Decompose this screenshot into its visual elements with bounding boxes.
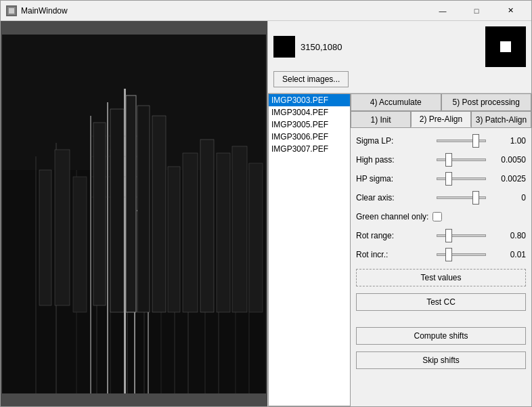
rot-incr-row: Rot incr.: 0.01 bbox=[356, 247, 526, 262]
bottom-tabs: 1) Init 2) Pre-Align 3) Patch-Align bbox=[351, 111, 531, 128]
file-list: IMGP3003.PEF IMGP3004.PEF IMGP3005.PEF I… bbox=[269, 94, 350, 155]
svg-rect-38 bbox=[93, 123, 106, 305]
compute-shifts-button[interactable]: Compute shifts bbox=[356, 327, 526, 345]
rot-incr-value: 0.01 bbox=[489, 250, 526, 259]
color-indicator bbox=[273, 36, 295, 58]
svg-rect-35 bbox=[39, 170, 51, 305]
top-section: 3150,1080 Select images... bbox=[268, 21, 531, 93]
clear-axis-row: Clear axis: 0 bbox=[356, 190, 526, 205]
rot-range-slider[interactable] bbox=[437, 234, 486, 237]
green-channel-row: Green channel only: bbox=[356, 209, 526, 224]
city-image bbox=[2, 35, 266, 393]
clear-axis-slider-container bbox=[437, 192, 486, 203]
file-list-panel: IMGP3003.PEF IMGP3004.PEF IMGP3005.PEF I… bbox=[268, 93, 351, 406]
svg-rect-43 bbox=[168, 167, 180, 312]
tab-pre-align[interactable]: 2) Pre-Align bbox=[411, 111, 471, 127]
top-tabs: 4) Accumulate 5) Post processing bbox=[351, 93, 531, 111]
panel-content: Sigma LP: 1.00 High pass: bbox=[351, 128, 531, 406]
sigma-lp-slider[interactable] bbox=[437, 140, 486, 142]
clear-axis-label: Clear axis: bbox=[356, 193, 434, 202]
left-panel bbox=[1, 21, 267, 406]
preview-box bbox=[485, 26, 526, 67]
list-item[interactable]: IMGP3004.PEF bbox=[269, 106, 350, 119]
maximize-button[interactable]: □ bbox=[461, 4, 492, 18]
right-content: IMGP3003.PEF IMGP3004.PEF IMGP3005.PEF I… bbox=[268, 93, 531, 406]
right-panel: 3150,1080 Select images... IMGP3003.P bbox=[267, 21, 531, 406]
rot-incr-slider[interactable] bbox=[437, 253, 486, 256]
close-button[interactable]: ✕ bbox=[495, 4, 526, 18]
hp-sigma-label: HP sigma: bbox=[356, 174, 434, 184]
skip-shifts-button[interactable]: Skip shifts bbox=[356, 351, 526, 369]
compute-shifts-row: Compute shifts bbox=[356, 327, 526, 345]
test-values-button[interactable]: Test values bbox=[356, 269, 526, 286]
tab-init[interactable]: 1) Init bbox=[351, 111, 411, 127]
titlebar: MainWindow — □ ✕ bbox=[1, 1, 531, 21]
svg-rect-39 bbox=[110, 109, 124, 312]
test-cc-row: Test CC bbox=[356, 293, 526, 311]
svg-rect-44 bbox=[183, 153, 198, 312]
rot-range-value: 0.80 bbox=[489, 231, 526, 240]
select-images-button[interactable]: Select images... bbox=[273, 71, 349, 87]
coordinates-text: 3150,1080 bbox=[301, 42, 342, 52]
rot-range-label: Rot range: bbox=[356, 231, 434, 240]
clear-axis-value: 0 bbox=[489, 193, 526, 202]
svg-rect-45 bbox=[200, 140, 214, 312]
preview-white-rect bbox=[500, 41, 511, 52]
svg-rect-42 bbox=[152, 116, 166, 312]
high-pass-slider[interactable] bbox=[437, 158, 486, 161]
svg-rect-1 bbox=[9, 8, 14, 14]
svg-rect-46 bbox=[217, 153, 230, 312]
tab-patch-align[interactable]: 3) Patch-Align bbox=[471, 111, 531, 127]
test-values-row: Test values bbox=[356, 269, 526, 286]
select-row: Select images... bbox=[273, 71, 526, 87]
green-channel-checkbox[interactable] bbox=[433, 212, 442, 221]
list-item[interactable]: IMGP3006.PEF bbox=[269, 131, 350, 143]
svg-rect-48 bbox=[249, 163, 263, 312]
high-pass-label: High pass: bbox=[356, 155, 434, 165]
list-item[interactable]: IMGP3005.PEF bbox=[269, 119, 350, 131]
hp-sigma-slider-container bbox=[437, 173, 486, 184]
list-item[interactable]: IMGP3007.PEF bbox=[269, 143, 350, 155]
app-icon bbox=[6, 5, 17, 16]
svg-rect-20 bbox=[107, 102, 108, 393]
titlebar-left: MainWindow bbox=[6, 5, 68, 16]
clear-axis-slider[interactable] bbox=[437, 196, 486, 199]
params-panel: 4) Accumulate 5) Post processing 1) Init… bbox=[351, 93, 531, 406]
coords-row: 3150,1080 bbox=[273, 26, 526, 67]
sigma-lp-row: Sigma LP: 1.00 bbox=[356, 133, 526, 148]
list-item[interactable]: IMGP3003.PEF bbox=[269, 94, 350, 106]
sigma-lp-slider-container bbox=[437, 135, 486, 146]
hp-sigma-row: HP sigma: 0.0025 bbox=[356, 171, 526, 186]
svg-rect-37 bbox=[73, 177, 87, 312]
green-channel-label: Green channel only: bbox=[356, 212, 428, 221]
skip-shifts-row: Skip shifts bbox=[356, 351, 526, 369]
main-window: MainWindow — □ ✕ bbox=[0, 0, 532, 407]
svg-rect-47 bbox=[232, 146, 247, 312]
tab-accumulate[interactable]: 4) Accumulate bbox=[351, 93, 441, 110]
svg-rect-41 bbox=[137, 106, 150, 312]
svg-rect-36 bbox=[55, 150, 70, 305]
high-pass-slider-container bbox=[437, 154, 486, 165]
hp-sigma-slider[interactable] bbox=[437, 177, 486, 180]
svg-rect-19 bbox=[90, 116, 91, 393]
svg-rect-40 bbox=[126, 95, 136, 312]
rot-incr-label: Rot incr.: bbox=[356, 250, 434, 259]
rot-range-slider-container bbox=[437, 230, 486, 241]
sigma-lp-label: Sigma LP: bbox=[356, 136, 434, 146]
main-content: 3150,1080 Select images... IMGP3003.P bbox=[1, 21, 531, 406]
test-cc-button[interactable]: Test CC bbox=[356, 293, 526, 311]
tab-post-processing[interactable]: 5) Post processing bbox=[441, 93, 532, 110]
rot-range-row: Rot range: 0.80 bbox=[356, 228, 526, 243]
hp-sigma-value: 0.0025 bbox=[489, 174, 526, 184]
minimize-button[interactable]: — bbox=[427, 4, 458, 18]
separator bbox=[356, 315, 526, 320]
image-area bbox=[2, 35, 266, 393]
sigma-lp-value: 1.00 bbox=[489, 136, 526, 146]
high-pass-value: 0.0050 bbox=[489, 155, 526, 165]
high-pass-row: High pass: 0.0050 bbox=[356, 152, 526, 167]
rot-incr-slider-container bbox=[437, 249, 486, 260]
window-controls: — □ ✕ bbox=[427, 4, 526, 18]
window-title: MainWindow bbox=[21, 6, 68, 16]
